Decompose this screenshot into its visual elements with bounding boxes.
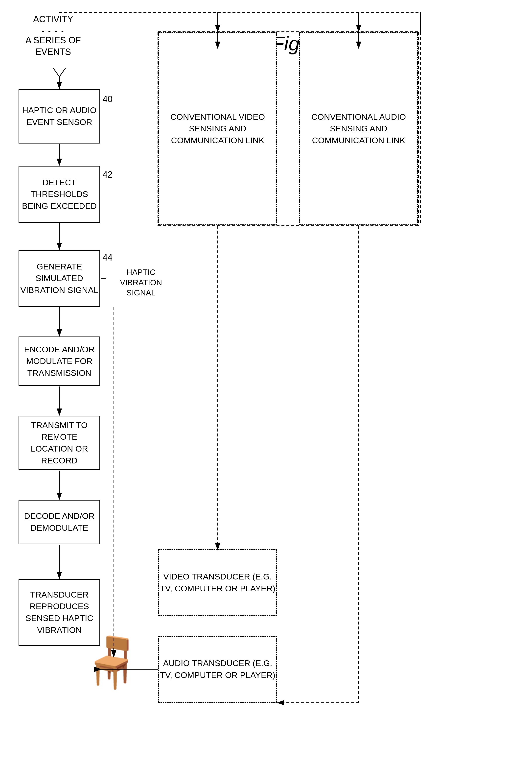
dashes-label: - - - - <box>22 26 84 36</box>
ref-40: 40 <box>103 94 113 104</box>
conv-audio-dashed-box: CONVENTIONAL AUDIO SENSING AND COMMUNICA… <box>299 32 418 225</box>
video-transducer-box: VIDEO TRANSDUCER (E.G. TV, COMPUTER OR P… <box>158 549 277 616</box>
encode-box: ENCODE AND/OR MODULATE FOR TRANSMISSION <box>19 336 100 386</box>
haptic-vibration-label: HAPTIC VIBRATION SIGNAL <box>106 267 176 298</box>
transmit-box: TRANSMIT TO REMOTE LOCATION OR RECORD <box>19 416 100 470</box>
decode-box: DECODE AND/OR DEMODULATE <box>19 500 100 544</box>
chair-illustration: 🪑 <box>82 633 143 692</box>
detect-thresholds-box: DETECT THRESHOLDS BEING EXCEEDED <box>19 166 100 223</box>
diagram: Fig. 2 ACTIVITY - - - - A SERIES OF EVEN… <box>0 0 532 769</box>
series-events-label: A SERIES OF EVENTS <box>17 35 89 58</box>
ref-44: 44 <box>103 252 113 263</box>
activity-label: ACTIVITY <box>22 14 84 25</box>
generate-signal-box: GENERATE SIMULATED VIBRATION SIGNAL <box>19 250 100 307</box>
conv-video-dashed-box: CONVENTIONAL VIDEO SENSING AND COMMUNICA… <box>158 32 277 225</box>
haptic-sensor-box: HAPTIC OR AUDIO EVENT SENSOR <box>19 89 100 143</box>
ref-42: 42 <box>103 169 113 180</box>
audio-transducer-box: AUDIO TRANSDUCER (E.G. TV, COMPUTER OR P… <box>158 636 277 703</box>
